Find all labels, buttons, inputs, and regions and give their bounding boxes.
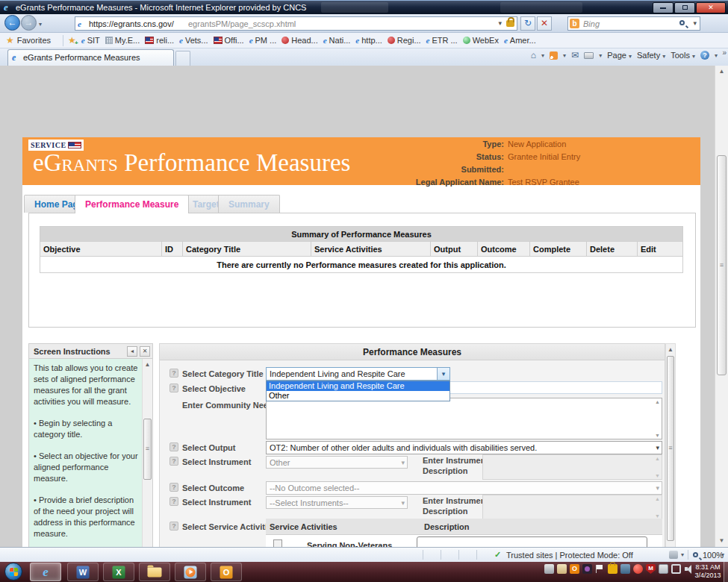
network-tray-icon[interactable]: [620, 564, 630, 574]
scroll-up-icon[interactable]: ▲: [666, 344, 675, 356]
scrollbar-thumb[interactable]: ≡: [717, 155, 727, 375]
favorite-link[interactable]: ePM ...: [249, 36, 277, 45]
taskbar-excel-button[interactable]: X: [103, 563, 134, 581]
favorite-link[interactable]: reli...: [145, 36, 174, 45]
display-tray-icon[interactable]: [671, 564, 681, 574]
tools-menu[interactable]: Tools ▾: [671, 51, 695, 60]
taskbar-clock[interactable]: 8:31 AM 3/4/2013: [694, 563, 722, 580]
favorite-link[interactable]: Head...: [281, 36, 317, 45]
favorite-link[interactable]: eSIT: [81, 36, 100, 45]
search-icon[interactable]: [679, 20, 685, 25]
zoom-level[interactable]: 100%: [703, 551, 724, 560]
security-lock-icon[interactable]: [506, 20, 514, 27]
back-button[interactable]: ←: [4, 15, 20, 31]
help-icon[interactable]: ?: [169, 522, 178, 531]
favorite-link[interactable]: My.E...: [105, 36, 140, 45]
search-options-chevron-icon[interactable]: ▾: [693, 19, 697, 27]
zoom-magnifier-icon[interactable]: [693, 552, 698, 557]
instructions-scrollbar[interactable]: ▲ ≡ ▼: [142, 359, 152, 563]
scrollbar-thumb[interactable]: ≡: [667, 356, 674, 541]
taskbar-outlook-button[interactable]: O: [211, 563, 242, 581]
status-chevron-icon[interactable]: ▾: [681, 551, 684, 558]
print-chevron-icon[interactable]: ▾: [599, 52, 602, 59]
favorite-link[interactable]: eNati...: [323, 36, 351, 45]
scroll-up-icon[interactable]: ▲: [715, 66, 728, 78]
taskbar-ie-button[interactable]: e: [30, 563, 61, 581]
home-icon[interactable]: ⌂: [531, 50, 536, 60]
scrollbar-thumb[interactable]: ≡: [143, 419, 152, 480]
rss-feed-icon[interactable]: [550, 51, 558, 60]
category-title-dropdown[interactable]: Independent Living and Respite Care ▾: [266, 367, 450, 381]
orange-o-tray-icon[interactable]: O: [570, 564, 579, 574]
help-icon[interactable]: ?: [169, 457, 178, 466]
help-icon[interactable]: ?: [700, 51, 709, 60]
help-icon[interactable]: ?: [169, 442, 178, 451]
favorite-link[interactable]: ehttp...: [355, 36, 382, 45]
printer-tray-icon[interactable]: [544, 564, 554, 574]
new-tab-button[interactable]: [175, 51, 190, 66]
taskbar-word-button[interactable]: W: [67, 563, 99, 581]
favorites-star-icon[interactable]: ★: [6, 35, 14, 46]
start-button[interactable]: [4, 563, 22, 581]
url-field[interactable]: e https://egrants.cns.gov/ egrantsPM/pag…: [75, 16, 517, 31]
feed-chevron-icon[interactable]: ▾: [563, 52, 566, 59]
outlook-icon: O: [220, 566, 233, 578]
clipboard-tray-icon[interactable]: [659, 564, 668, 574]
option-independent-living[interactable]: Independent Living and Respite Care: [267, 381, 449, 391]
stop-button[interactable]: ✕: [537, 16, 552, 31]
volume-tray-icon[interactable]: [684, 564, 694, 574]
tab-performance-measure[interactable]: Performance Measure: [75, 195, 189, 213]
purple-app-tray-icon[interactable]: [582, 564, 592, 574]
minimize-button[interactable]: [653, 2, 673, 13]
help-icon[interactable]: ?: [169, 497, 178, 506]
help-icon[interactable]: ?: [169, 369, 178, 378]
dropdown-arrow-button[interactable]: ▾: [437, 368, 449, 380]
show-desktop-button[interactable]: [724, 562, 728, 582]
print-icon[interactable]: [584, 52, 594, 59]
scroll-up-icon[interactable]: ▲: [143, 359, 152, 371]
read-mail-icon[interactable]: ✉: [571, 50, 579, 60]
compatibility-view-icon[interactable]: [669, 551, 678, 559]
search-box[interactable]: b Bing ▾: [567, 16, 700, 31]
safety-menu[interactable]: Safety ▾: [637, 51, 665, 60]
maximize-button[interactable]: [674, 2, 695, 13]
output-dropdown[interactable]: OT2: Number of other older adults and in…: [266, 441, 662, 454]
overflow-chevron-icon[interactable]: »: [722, 48, 727, 57]
form-vertical-scrollbar[interactable]: ▲ ≡ ▼: [665, 343, 676, 564]
action-center-flag-icon[interactable]: [595, 564, 605, 574]
forward-button[interactable]: →: [21, 15, 37, 31]
scroll-down-icon[interactable]: ▼: [655, 433, 660, 438]
scroll-up-icon[interactable]: ▲: [655, 399, 660, 404]
lock-tray-icon[interactable]: [608, 564, 617, 574]
browser-vertical-scrollbar[interactable]: ▲ ≡ ▼: [715, 66, 728, 547]
home-chevron-icon[interactable]: ▾: [541, 52, 544, 59]
favorite-link[interactable]: Regi...: [388, 36, 421, 45]
refresh-button[interactable]: ↻: [520, 16, 535, 31]
help-icon[interactable]: ?: [169, 483, 178, 492]
app-tray-icon[interactable]: [557, 564, 567, 574]
favorites-label[interactable]: Favorites: [17, 36, 51, 45]
collapse-panel-button[interactable]: ◂: [127, 346, 137, 357]
browser-tab[interactable]: e eGrants Performance Measures: [7, 49, 174, 66]
community-need-textarea[interactable]: ▲ ▼: [266, 398, 662, 439]
taskbar-explorer-button[interactable]: [139, 563, 170, 581]
favorite-link[interactable]: eAmer...: [504, 36, 536, 45]
favorite-link[interactable]: eVets...: [179, 36, 208, 45]
taskbar-mediaplayer-button[interactable]: [175, 563, 206, 581]
recent-pages-chevron-icon[interactable]: ▾: [39, 21, 42, 28]
page-menu[interactable]: Page ▾: [607, 51, 632, 60]
favorite-link[interactable]: WebEx: [463, 36, 499, 45]
help-icon[interactable]: ?: [169, 384, 178, 392]
mcafee-shield-icon[interactable]: M: [646, 564, 656, 574]
favorite-link[interactable]: Offi...: [214, 36, 244, 45]
option-other[interactable]: Other: [267, 391, 449, 401]
close-button[interactable]: ✕: [696, 2, 726, 13]
antivirus-tray-icon[interactable]: [633, 564, 643, 574]
help-chevron-icon[interactable]: ▾: [715, 52, 718, 59]
url-dropdown-chevron-icon[interactable]: ▾: [498, 19, 502, 27]
scroll-down-icon[interactable]: ▼: [715, 535, 728, 547]
close-panel-button[interactable]: ✕: [140, 346, 150, 357]
favorite-link[interactable]: eETR ...: [426, 36, 458, 45]
zoom-chevron-icon[interactable]: ▾: [721, 551, 724, 558]
add-favorite-button[interactable]: ★: [68, 35, 76, 46]
